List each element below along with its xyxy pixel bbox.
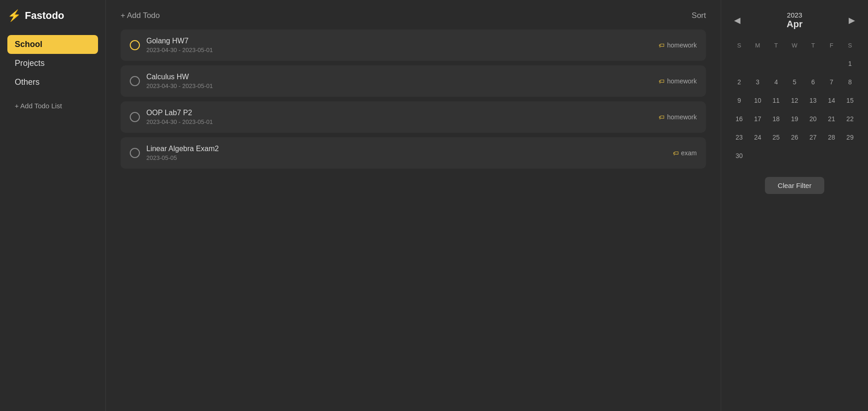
cal-day[interactable]: 14: [823, 92, 840, 109]
todo-title: Golang HW7: [146, 37, 652, 45]
cal-day[interactable]: 19: [786, 111, 803, 127]
cal-day[interactable]: 5: [786, 74, 803, 90]
todo-item[interactable]: Golang HW72023-04-30 - 2023-05-01🏷homewo…: [121, 29, 706, 61]
todo-checkbox[interactable]: [130, 40, 140, 50]
tag-icon: 🏷: [659, 42, 665, 49]
cal-day[interactable]: 16: [731, 111, 747, 127]
cal-day[interactable]: 24: [749, 129, 766, 146]
cal-day-header: T: [768, 37, 784, 53]
cal-day[interactable]: 23: [731, 129, 747, 146]
todo-date: 2023-05-05: [146, 154, 666, 161]
todo-content: Calculus HW2023-04-30 - 2023-05-01: [146, 73, 652, 89]
sidebar-item-projects[interactable]: Projects: [7, 54, 98, 73]
cal-day[interactable]: 28: [823, 129, 840, 146]
todo-item[interactable]: OOP Lab7 P22023-04-30 - 2023-05-01🏷homew…: [121, 101, 706, 133]
cal-day[interactable]: 11: [768, 92, 784, 109]
cal-day[interactable]: 13: [805, 92, 822, 109]
todo-title: Calculus HW: [146, 73, 652, 81]
todo-title: OOP Lab7 P2: [146, 109, 652, 117]
logo-icon: ⚡: [7, 9, 21, 22]
cal-day[interactable]: 26: [786, 129, 803, 146]
cal-day[interactable]: 2: [731, 74, 747, 90]
cal-day[interactable]: 3: [749, 74, 766, 90]
sort-button[interactable]: Sort: [692, 11, 706, 20]
todo-content: Golang HW72023-04-30 - 2023-05-01: [146, 37, 652, 53]
todo-tag: 🏷exam: [673, 149, 697, 157]
cal-day[interactable]: 25: [768, 129, 784, 146]
cal-empty-cell: [786, 147, 803, 164]
prev-month-button[interactable]: ◀: [730, 13, 744, 27]
cal-day[interactable]: 30: [731, 147, 747, 164]
cal-empty-cell: [768, 147, 784, 164]
cal-day[interactable]: 27: [805, 129, 822, 146]
cal-empty-cell: [805, 55, 822, 72]
cal-day[interactable]: 1: [842, 55, 858, 72]
calendar-month: Apr: [787, 19, 802, 29]
tag-label: homework: [667, 77, 697, 85]
cal-empty-cell: [749, 55, 766, 72]
cal-day[interactable]: 18: [768, 111, 784, 127]
tag-label: exam: [681, 149, 697, 157]
tag-icon: 🏷: [673, 150, 679, 157]
todo-tag: 🏷homework: [659, 77, 697, 85]
cal-empty-cell: [823, 147, 840, 164]
tag-icon: 🏷: [659, 114, 665, 121]
cal-empty-cell: [842, 147, 858, 164]
cal-day-header: S: [731, 37, 747, 53]
cal-day[interactable]: 17: [749, 111, 766, 127]
tag-icon: 🏷: [659, 78, 665, 85]
todo-date: 2023-04-30 - 2023-05-01: [146, 82, 652, 89]
sidebar-nav: SchoolProjectsOthers: [7, 35, 98, 92]
todo-list: Golang HW72023-04-30 - 2023-05-01🏷homewo…: [121, 29, 706, 169]
sidebar-item-school[interactable]: School: [7, 35, 98, 54]
todo-content: Linear Algebra Exam22023-05-05: [146, 145, 666, 161]
next-month-button[interactable]: ▶: [845, 13, 859, 27]
cal-day[interactable]: 8: [842, 74, 858, 90]
app-name: Fastodo: [25, 10, 64, 22]
cal-empty-cell: [731, 55, 747, 72]
cal-day-header: T: [805, 37, 822, 53]
clear-filter-button[interactable]: Clear Filter: [765, 177, 824, 194]
add-todo-button[interactable]: + Add Todo: [121, 11, 160, 20]
cal-day[interactable]: 15: [842, 92, 858, 109]
calendar-nav: ◀ 2023 Apr ▶: [730, 11, 859, 29]
calendar-year: 2023: [787, 11, 802, 19]
todo-checkbox[interactable]: [130, 112, 140, 122]
cal-day[interactable]: 7: [823, 74, 840, 90]
todo-item[interactable]: Calculus HW2023-04-30 - 2023-05-01🏷homew…: [121, 65, 706, 97]
cal-empty-cell: [823, 55, 840, 72]
sidebar: ⚡ Fastodo SchoolProjectsOthers + Add Tod…: [0, 0, 106, 411]
todo-date: 2023-04-30 - 2023-05-01: [146, 47, 652, 53]
sidebar-item-others[interactable]: Others: [7, 73, 98, 92]
main-content: + Add Todo Sort Golang HW72023-04-30 - 2…: [106, 0, 721, 411]
cal-day-header: S: [842, 37, 858, 53]
todo-checkbox[interactable]: [130, 76, 140, 86]
add-todo-list-button[interactable]: + Add Todo List: [7, 97, 98, 114]
tag-label: homework: [667, 41, 697, 49]
calendar-grid: SMTWTFS123456789101112131415161718192021…: [730, 37, 859, 166]
cal-day[interactable]: 10: [749, 92, 766, 109]
cal-day[interactable]: 21: [823, 111, 840, 127]
cal-empty-cell: [786, 55, 803, 72]
todo-tag: 🏷homework: [659, 113, 697, 121]
cal-day[interactable]: 9: [731, 92, 747, 109]
todo-tag: 🏷homework: [659, 41, 697, 49]
cal-day[interactable]: 22: [842, 111, 858, 127]
app-logo: ⚡ Fastodo: [7, 9, 98, 22]
cal-empty-cell: [768, 55, 784, 72]
cal-day[interactable]: 20: [805, 111, 822, 127]
todo-title: Linear Algebra Exam2: [146, 145, 666, 153]
cal-day-header: W: [786, 37, 803, 53]
cal-day[interactable]: 4: [768, 74, 784, 90]
cal-day[interactable]: 12: [786, 92, 803, 109]
cal-day[interactable]: 29: [842, 129, 858, 146]
cal-day-header: M: [749, 37, 766, 53]
cal-empty-cell: [805, 147, 822, 164]
cal-day[interactable]: 6: [805, 74, 822, 90]
cal-empty-cell: [749, 147, 766, 164]
todo-date: 2023-04-30 - 2023-05-01: [146, 118, 652, 125]
main-header: + Add Todo Sort: [121, 11, 706, 20]
todo-item[interactable]: Linear Algebra Exam22023-05-05🏷exam: [121, 137, 706, 169]
cal-day-header: F: [823, 37, 840, 53]
todo-checkbox[interactable]: [130, 148, 140, 158]
